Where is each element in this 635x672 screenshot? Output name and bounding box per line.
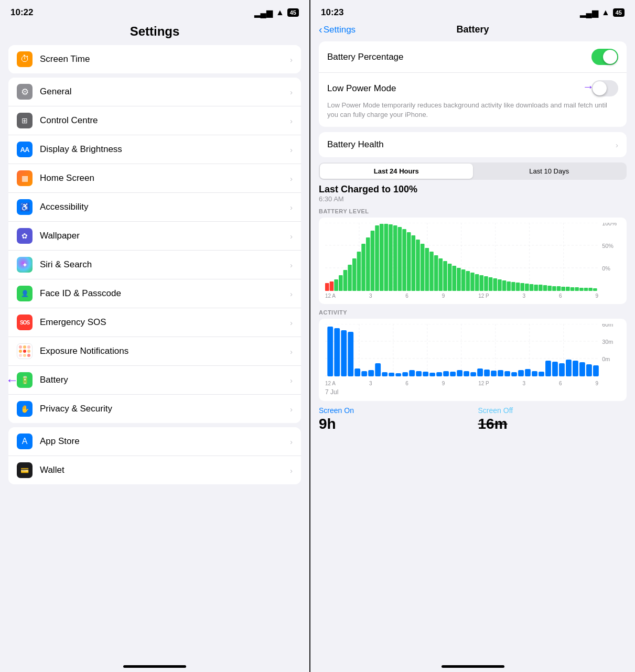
siri-search-label: Siri & Search	[40, 259, 290, 270]
svg-rect-54	[520, 283, 524, 291]
svg-rect-64	[566, 287, 570, 291]
exposure-chevron: ›	[290, 347, 293, 356]
svg-rect-24	[384, 224, 389, 291]
svg-rect-55	[525, 284, 529, 291]
svg-text:60m: 60m	[602, 324, 613, 328]
svg-text:100%: 100%	[602, 223, 617, 226]
battery-health-row[interactable]: Battery Health ›	[319, 132, 627, 157]
svg-rect-96	[395, 373, 401, 376]
right-signal-icon: ▂▄▆	[580, 8, 598, 18]
accessibility-row[interactable]: ♿ Accessibility ›	[8, 193, 301, 222]
svg-rect-68	[584, 288, 588, 291]
svg-rect-29	[407, 232, 411, 291]
svg-rect-67	[579, 288, 584, 291]
svg-rect-62	[557, 286, 561, 291]
display-brightness-row[interactable]: AA Display & Brightness ›	[8, 135, 301, 164]
privacy-security-row[interactable]: ✋ Privacy & Security ›	[8, 395, 301, 423]
svg-rect-66	[575, 287, 579, 291]
display-brightness-icon: AA	[17, 142, 33, 157]
svg-rect-69	[588, 288, 593, 291]
x-label-4: 12 P	[478, 293, 489, 299]
svg-rect-98	[409, 370, 415, 376]
svg-rect-41	[461, 269, 466, 291]
svg-rect-25	[389, 224, 393, 291]
left-status-icons: ▂▄▆ ▲ 45	[254, 8, 299, 18]
svg-rect-58	[539, 285, 543, 291]
exposure-row[interactable]: Exposure Notifications ›	[8, 337, 301, 366]
svg-rect-89	[348, 332, 353, 376]
svg-rect-123	[579, 362, 585, 376]
right-time: 10:23	[321, 7, 343, 18]
siri-search-icon: ✦	[17, 257, 33, 273]
control-centre-row[interactable]: ⊞ Control Centre ›	[8, 106, 301, 135]
svg-rect-125	[593, 365, 599, 376]
tab-10days[interactable]: Last 10 Days	[473, 164, 626, 179]
wallet-row[interactable]: 💳 Wallet ›	[8, 456, 301, 484]
ax-label-1: 3	[369, 381, 372, 386]
right-home-bar	[442, 665, 504, 668]
siri-search-row[interactable]: ✦ Siri & Search ›	[8, 251, 301, 279]
svg-text:30m: 30m	[602, 340, 613, 345]
battery-health-label: Battery Health	[327, 139, 384, 150]
svg-rect-46	[484, 276, 488, 291]
battery-row[interactable]: 🔋 Battery ← ›	[8, 366, 301, 395]
svg-rect-91	[361, 371, 367, 376]
svg-rect-21	[371, 231, 375, 291]
tab-24hours[interactable]: Last 24 Hours	[320, 164, 473, 179]
app-store-row[interactable]: A App Store ›	[8, 427, 301, 456]
ax-label-3: 9	[442, 381, 445, 386]
emergency-sos-label: Emergency SOS	[40, 317, 290, 328]
back-button[interactable]: ‹ Settings	[319, 24, 356, 36]
svg-rect-48	[493, 278, 497, 291]
svg-rect-117	[539, 372, 544, 376]
control-centre-label: Control Centre	[40, 115, 290, 126]
phone-right: 10:23 ▂▄▆ ▲ 45 ‹ Settings Battery Batter…	[310, 0, 635, 672]
wallpaper-row[interactable]: ✿ Wallpaper ›	[8, 222, 301, 251]
x-label-1: 3	[369, 293, 372, 299]
screen-time-chevron: ›	[290, 55, 293, 64]
wallet-chevron: ›	[290, 466, 293, 475]
activity-section: ACTIVITY	[319, 309, 627, 401]
svg-rect-27	[398, 227, 402, 291]
faceid-label: Face ID & Passcode	[40, 288, 290, 299]
svg-rect-49	[498, 279, 502, 291]
svg-rect-26	[393, 225, 397, 291]
svg-rect-112	[504, 371, 510, 376]
low-power-toggle[interactable]	[591, 80, 618, 96]
screen-time-icon: ⏱	[17, 51, 33, 67]
x-label-6: 6	[559, 293, 562, 299]
general-row[interactable]: ⚙ General ›	[8, 78, 301, 106]
screen-time-row[interactable]: ⏱ Screen Time ›	[8, 45, 301, 73]
svg-rect-16	[348, 265, 352, 291]
right-nav-bar: ‹ Settings Battery	[310, 22, 635, 41]
svg-rect-113	[511, 372, 517, 376]
battery-percentage-toggle[interactable]	[591, 49, 618, 65]
activity-svg: 60m 30m 0m	[325, 324, 620, 376]
svg-rect-106	[464, 371, 469, 376]
siri-search-chevron: ›	[290, 261, 293, 269]
exposure-label: Exposure Notifications	[40, 346, 290, 356]
battery-x-labels: 12 A 3 6 9 12 P 3 6 9	[325, 293, 620, 299]
svg-rect-23	[380, 224, 384, 291]
svg-rect-18	[357, 252, 361, 291]
screen-on-stat: Screen On 9h	[319, 406, 468, 432]
privacy-security-icon: ✋	[17, 401, 33, 417]
svg-rect-13	[334, 279, 338, 291]
screen-on-value: 9h	[319, 416, 468, 432]
svg-rect-124	[586, 364, 592, 376]
emergency-sos-icon: SOS	[17, 315, 33, 330]
svg-rect-100	[423, 372, 428, 376]
right-status-bar: 10:23 ▂▄▆ ▲ 45	[310, 0, 635, 22]
screen-off-label: Screen Off	[478, 406, 627, 415]
svg-rect-122	[573, 361, 578, 376]
ax-label-0: 12 A	[325, 381, 336, 386]
battery-level-section: BATTERY LEVEL	[319, 208, 627, 304]
svg-rect-99	[416, 371, 422, 376]
svg-rect-47	[489, 277, 493, 291]
faceid-row[interactable]: 👤 Face ID & Passcode ›	[8, 279, 301, 308]
activity-chart-container: 60m 30m 0m 12 A 3 6 9 12 P 3 6 9 7 Jul	[319, 319, 627, 401]
svg-rect-102	[436, 372, 442, 376]
home-screen-row[interactable]: ▦ Home Screen ›	[8, 164, 301, 193]
emergency-sos-row[interactable]: SOS Emergency SOS ›	[8, 308, 301, 337]
low-power-row: Low Power Mode →	[319, 73, 627, 101]
